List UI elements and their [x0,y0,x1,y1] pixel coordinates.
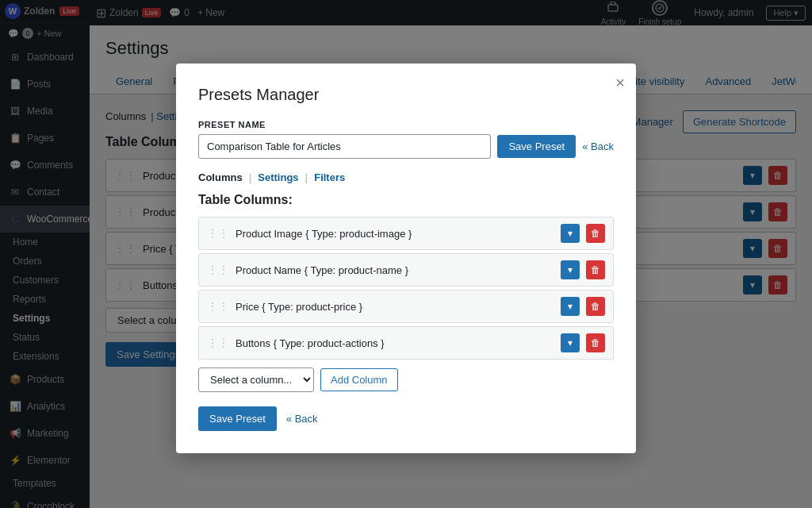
modal-tab-columns[interactable]: Columns [198,171,243,183]
modal-delete-1[interactable]: 🗑 [586,224,605,243]
modal-delete-3[interactable]: 🗑 [586,297,605,316]
modal-tabs: Columns | Settings | Filters [198,171,614,183]
modal-table-row: ⋮⋮ Product Name { Type: product-name } ▾… [198,253,614,287]
modal-table-row: ⋮⋮ Buttons { Type: product-actions } ▾ 🗑 [198,326,614,360]
preset-name-row: Save Preset « Back [198,134,614,159]
modal-col-label-2: Product Name { Type: product-name } [236,264,554,276]
preset-name-input[interactable] [198,134,491,159]
modal-col-label-1: Product Image { Type: product-image } [236,228,554,240]
modal-bottom-save-button[interactable]: Save Preset [198,406,277,431]
modal-table-row: ⋮⋮ Product Image { Type: product-image }… [198,217,614,250]
modal-section-title: Table Columns: [198,193,614,207]
modal-column-rows: ⋮⋮ Product Image { Type: product-image }… [198,217,614,360]
modal-save-preset-button[interactable]: Save Preset [497,135,576,158]
presets-manager-modal: Presets Manager × PRESET NAME Save Prese… [176,64,636,453]
modal-delete-2[interactable]: 🗑 [586,260,605,279]
modal-bottom-back-button[interactable]: « Back [286,413,318,425]
modal-add-row: Select a column... Add Column [198,368,614,392]
modal-title: Presets Manager [198,86,614,104]
modal-close-button[interactable]: × [615,75,625,90]
modal-chevron-4[interactable]: ▾ [561,333,580,352]
modal-overlay[interactable]: Presets Manager × PRESET NAME Save Prese… [0,0,812,508]
modal-back-link[interactable]: « Back [582,140,614,152]
modal-drag-handle-3[interactable]: ⋮⋮ [207,300,229,313]
modal-drag-handle-4[interactable]: ⋮⋮ [207,337,229,349]
modal-chevron-3[interactable]: ▾ [561,297,580,316]
modal-add-column-button[interactable]: Add Column [320,368,398,391]
modal-tab-settings[interactable]: Settings [258,171,298,183]
tab-sep-2: | [305,171,308,183]
preset-name-label: PRESET NAME [198,120,614,129]
modal-col-label-3: Price { Type: product-price } [236,301,554,313]
modal-drag-handle-2[interactable]: ⋮⋮ [207,264,229,276]
modal-tab-filters[interactable]: Filters [314,171,345,183]
modal-delete-4[interactable]: 🗑 [586,333,605,352]
modal-bottom-row: Save Preset « Back [198,406,614,431]
modal-column-select[interactable]: Select a column... [198,368,314,392]
modal-chevron-1[interactable]: ▾ [561,224,580,243]
modal-drag-handle-1[interactable]: ⋮⋮ [207,227,229,240]
modal-table-row: ⋮⋮ Price { Type: product-price } ▾ 🗑 [198,290,614,323]
modal-col-label-4: Buttons { Type: product-actions } [236,337,554,349]
tab-sep-1: | [249,171,252,183]
modal-chevron-2[interactable]: ▾ [561,260,580,279]
